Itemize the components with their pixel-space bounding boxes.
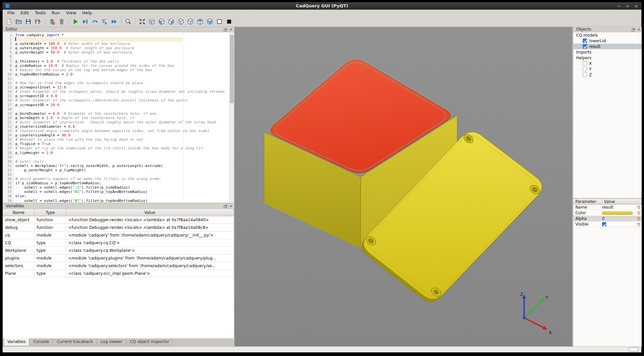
variable-row-selectors[interactable]: selectorsmodule<module 'cadquery.selecto…: [3, 262, 234, 270]
shaded-button[interactable]: [224, 17, 233, 26]
code-line[interactable]: 13p_screwpostInset = 12.0: [3, 85, 229, 89]
menu-edit[interactable]: Edit: [18, 10, 32, 16]
save-script-button[interactable]: [24, 17, 33, 26]
code-line[interactable]: 12# How far in from the edges the screwp…: [3, 81, 229, 85]
menu-run[interactable]: Run: [49, 10, 63, 16]
menu-tools[interactable]: Tools: [32, 10, 49, 16]
code-line[interactable]: 17p_screwpostOD = 10.0: [3, 103, 229, 107]
variable-row-debug[interactable]: debugfunction<function Debugger.render.<…: [3, 224, 234, 232]
code-line[interactable]: 29: [3, 155, 229, 159]
visibility-checkbox[interactable]: [583, 39, 587, 43]
code-line[interactable]: 23# Countersink angle (complete angle be…: [3, 129, 229, 133]
variables-column-name[interactable]: Name: [3, 209, 35, 216]
new-script-button[interactable]: [4, 17, 13, 26]
code-line[interactable]: 20p_boreDepth = 1.0··# Depth of the coun…: [3, 116, 229, 120]
code-line[interactable]: 32····p_outerHeight + p_lipHeight): [3, 168, 229, 172]
wireframe-button[interactable]: [215, 17, 224, 26]
debug-button[interactable]: [81, 17, 90, 26]
code-line[interactable]: 14# Inner Diameter of the screwpost hole…: [3, 89, 229, 94]
code-line[interactable]: 30# outer shell: [3, 159, 229, 164]
tab-console[interactable]: Console: [30, 338, 53, 345]
tree-item-z[interactable]: Z: [573, 72, 642, 78]
menu-view[interactable]: View: [63, 10, 79, 16]
code-line[interactable]: 8p_sideRadius = 10.0··# Radius for the c…: [3, 64, 229, 68]
menu-help[interactable]: Help: [79, 10, 95, 16]
code-line[interactable]: 34# weird geometry happens if we make th…: [3, 177, 229, 181]
code-line[interactable]: 37····oshell = oshell.edges("#Z").fillet…: [3, 190, 229, 194]
reset-button[interactable]: [636, 217, 642, 221]
code-line[interactable]: 35if p_sideRadius > p_topAndBottomRadius…: [3, 181, 229, 185]
continue-button[interactable]: [110, 17, 119, 26]
view-top-button[interactable]: [195, 17, 204, 26]
tree-item-result[interactable]: result: [573, 44, 642, 49]
tree-item-lowerlid[interactable]: lowerLid: [573, 38, 642, 44]
variable-row-CQ[interactable]: CQtype<class 'cadquery.cq.CQ'>: [3, 239, 234, 247]
code-line[interactable]: 38else:: [3, 194, 229, 198]
code-line[interactable]: 33: [3, 172, 229, 177]
tree-item-y[interactable]: Y: [573, 66, 642, 72]
tree-item-imports[interactable]: Imports: [573, 49, 642, 55]
code-line[interactable]: 19p_boreDiameter = 8.0··# Diameter of th…: [3, 111, 229, 116]
tab-current-traceback[interactable]: Current traceback: [53, 338, 96, 345]
variables-column-type[interactable]: Type: [35, 209, 66, 216]
code-line[interactable]: 36····oshell = oshell.edges("|Z").fillet…: [3, 185, 229, 190]
code-line[interactable]: 21# Outer diameter of countersink. Shoul…: [3, 120, 229, 124]
save-script-as-button[interactable]: [33, 17, 42, 26]
code-line[interactable]: 28p_lipHeight = 1.0: [3, 151, 229, 155]
reset-button[interactable]: [636, 211, 642, 215]
view-right-button[interactable]: [186, 17, 195, 26]
code-line[interactable]: 11: [3, 77, 229, 81]
variable-row-cq[interactable]: cqmodule<module 'cadquery' from '/home/a…: [3, 232, 234, 239]
open-script-button[interactable]: [14, 17, 23, 26]
reset-button[interactable]: [636, 205, 642, 209]
menu-file[interactable]: File: [4, 10, 18, 16]
code-line[interactable]: 27# Height of lip on the underside of th…: [3, 146, 229, 150]
visible-checkbox[interactable]: [602, 222, 606, 226]
delete-all-button[interactable]: [57, 17, 66, 26]
float-panel-icon[interactable]: [632, 29, 634, 31]
code-line[interactable]: 26p_flipLid = True: [3, 142, 229, 146]
param-row-visible[interactable]: Visible: [573, 222, 642, 227]
tab-log-viewer[interactable]: Log viewer: [97, 338, 126, 345]
code-line[interactable]: 24p_countersinkAngle = 90.0: [3, 133, 229, 137]
editor-scrollbar[interactable]: [229, 32, 234, 203]
close-panel-icon[interactable]: ×: [229, 204, 232, 208]
color-swatch[interactable]: [602, 212, 633, 215]
code-line[interactable]: 6: [3, 55, 229, 59]
code-line[interactable]: 16# Outer Diameter of the screwposts.\nD…: [3, 98, 229, 102]
variable-row-show_object[interactable]: show_objectfunction<function Debugger.re…: [3, 216, 234, 224]
code-line[interactable]: 31oshell = Workplane("XY").rect(p_outerW…: [3, 164, 229, 168]
variable-row-Plane[interactable]: Planetype<class 'cadquery.occ_impl.geom.…: [3, 270, 234, 277]
zoom-fit-button[interactable]: [124, 17, 133, 26]
tree-item-x[interactable]: X: [573, 61, 642, 66]
code-line[interactable]: 18: [3, 107, 229, 111]
code-line[interactable]: 2: [3, 37, 229, 42]
close-panel-icon[interactable]: ×: [637, 28, 640, 32]
view-bottom-button[interactable]: [205, 17, 214, 26]
render-button[interactable]: [71, 17, 80, 26]
code-line[interactable]: 22p_countersinkDiameter = 0.0: [3, 124, 229, 129]
float-panel-icon[interactable]: [224, 29, 226, 31]
tab-cq-object-inspector[interactable]: CQ object inspector: [126, 338, 173, 345]
close-button[interactable]: ×: [634, 4, 638, 9]
visibility-checkbox[interactable]: [583, 67, 587, 71]
variable-row-plugins[interactable]: pluginsmodule<module 'cadquery.plugins' …: [3, 255, 234, 262]
visibility-checkbox[interactable]: [583, 61, 587, 66]
view-iso-button[interactable]: [147, 17, 156, 26]
code-line[interactable]: 4p_outerLength = 150.0··# Outer length o…: [3, 46, 229, 50]
view-front-button[interactable]: [157, 17, 166, 26]
viewport-3d[interactable]: Z Y X: [234, 27, 572, 347]
code-line[interactable]: 5p_outerHeight = 50.0··# Outer height of…: [3, 50, 229, 55]
param-row-color[interactable]: Color: [573, 210, 642, 216]
tree-item-helpers[interactable]: Helpers: [573, 55, 642, 61]
parameters-column-value[interactable]: Value: [602, 199, 642, 205]
float-panel-icon[interactable]: [224, 206, 226, 208]
visibility-checkbox[interactable]: [583, 44, 587, 49]
fit-all-button[interactable]: [138, 17, 147, 26]
tree-item-cq-models[interactable]: CQ models: [573, 32, 642, 38]
code-line[interactable]: 25# Whether to place the lid with the to…: [3, 137, 229, 142]
code-line[interactable]: 1from cadquery import *: [3, 33, 229, 37]
param-row-name[interactable]: Nameresult: [573, 205, 642, 210]
variables-column-value[interactable]: Value: [66, 209, 234, 216]
code-line[interactable]: 3p_outerWidth = 100.0··# Outer width of …: [3, 42, 229, 46]
